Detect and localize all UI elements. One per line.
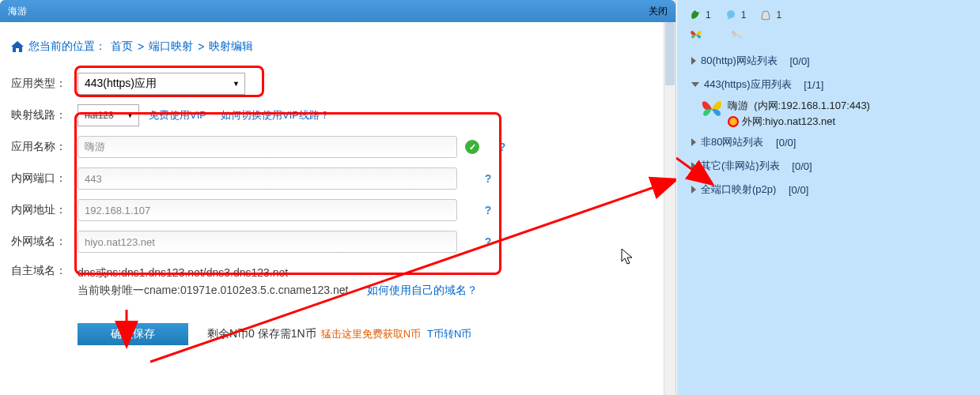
select-line[interactable]: nat123 — [78, 104, 139, 126]
stat-1: 1 — [706, 9, 711, 21]
help-outer-domain[interactable]: ? — [481, 235, 495, 249]
help-inner-port[interactable]: ? — [481, 171, 495, 186]
breadcrumb: 您当前的位置： 首页 > 端口映射 > 映射编辑 — [0, 32, 675, 62]
label-inner-addr: 内网地址： — [11, 203, 78, 217]
link-get-coin[interactable]: 猛击这里免费获取N币 — [321, 327, 421, 341]
arrow-right-icon — [691, 138, 696, 146]
breadcrumb-sep: > — [138, 40, 144, 53]
label-outer-domain: 外网域名： — [11, 235, 78, 249]
scrollbar-thumb[interactable] — [665, 22, 675, 85]
select-app-type-value: 443(https)应用 — [85, 77, 157, 91]
home-icon — [11, 41, 24, 52]
bag-icon — [760, 9, 771, 21]
link-transfer-coin[interactable]: T币转N币 — [427, 327, 471, 341]
dns-line2: 当前映射唯一cname:01971e.0102e3.5.c.cname123.n… — [78, 284, 348, 296]
smiley-icon — [728, 116, 739, 127]
label-line: 映射线路： — [11, 108, 78, 122]
cursor-icon — [621, 248, 634, 269]
dns-info: dns或ns:dns1.dns123.net/dns3.dns123.net 当… — [78, 264, 478, 299]
butterfly-rainbow-icon — [690, 28, 702, 41]
select-line-value: nat123 — [85, 110, 114, 121]
breadcrumb-sep: > — [198, 40, 204, 53]
tree-non80-label: 非80网站列表 — [701, 135, 763, 149]
main-pane: 海游 关闭 您当前的位置： 首页 > 端口映射 > 映射编辑 应用类型： 443… — [0, 0, 676, 395]
help-app-name[interactable]: ? — [495, 140, 509, 154]
arrow-right-icon — [691, 186, 696, 194]
tree-http-count: [0/0] — [789, 55, 809, 67]
arrow-right-icon — [691, 162, 696, 170]
row-inner-port: 内网端口： ? — [11, 163, 675, 194]
breadcrumb-label: 您当前的位置： — [28, 40, 106, 54]
close-button[interactable]: 关闭 — [649, 5, 668, 18]
row-app-name: 应用名称： ? — [11, 131, 675, 163]
tree-p2p-label: 全端口映射(p2p) — [701, 182, 776, 197]
tree-p2p-count: [0/0] — [789, 184, 808, 196]
stat-3: 1 — [776, 9, 781, 21]
leaf-icon — [690, 9, 701, 21]
child-inner: (内网:192.168.1.107:443) — [754, 100, 870, 111]
label-inner-port: 内网端口： — [11, 171, 78, 186]
stat-2: 1 — [741, 9, 747, 21]
row-confirm: 确认保存 剩余N币0 保存需1N币 猛击这里免费获取N币 T币转N币 — [11, 318, 675, 350]
content-area: 您当前的位置： 首页 > 端口映射 > 映射编辑 应用类型： 443(https… — [0, 22, 675, 395]
tree-https-count: [1/1] — [804, 79, 823, 91]
label-app-type: 应用类型： — [11, 77, 78, 91]
tree-https-child[interactable]: 嗨游 (内网:192.168.1.107:443) 外网:hiyo.nat123… — [685, 96, 980, 130]
tree-https-detail: 嗨游 (内网:192.168.1.107:443) 外网:hiyo.nat123… — [728, 98, 870, 129]
form: 应用类型： 443(https)应用 映射线路： nat123 免费使用VIP … — [0, 62, 675, 350]
dns-line1: dns或ns:dns1.dns123.net/dns3.dns123.net — [78, 264, 478, 281]
scrollbar[interactable] — [664, 22, 675, 395]
breadcrumb-current: 映射编辑 — [209, 40, 253, 54]
link-switch-vip[interactable]: 如何切换使用VIP线路？ — [221, 108, 330, 122]
link-own-domain-q[interactable]: 如何使用自己的域名？ — [367, 284, 478, 296]
input-inner-port[interactable] — [78, 167, 457, 190]
tree-other-count: [0/0] — [792, 160, 812, 172]
butterfly-rainbow-icon — [701, 98, 723, 120]
tree-http-label: 80(http)网站列表 — [701, 54, 778, 68]
input-outer-domain[interactable] — [78, 231, 457, 253]
arrow-down-icon — [691, 82, 699, 87]
input-app-name[interactable] — [78, 136, 457, 158]
row-app-type: 应用类型： 443(https)应用 — [11, 68, 675, 100]
breadcrumb-port-mapping[interactable]: 端口映射 — [149, 40, 193, 54]
input-inner-addr[interactable] — [78, 199, 457, 221]
titlebar: 海游 关闭 — [0, 0, 675, 22]
row-line: 映射线路： nat123 免费使用VIP 如何切换使用VIP线路？ — [11, 100, 675, 131]
tree-other[interactable]: 其它(非网站)列表 [0/0] — [685, 154, 980, 178]
child-outer: 外网:hiyo.nat123.net — [742, 115, 836, 127]
row-own-domain: 自主域名： dns或ns:dns1.dns123.net/dns3.dns123… — [11, 258, 675, 299]
select-app-type[interactable]: 443(https)应用 — [78, 73, 245, 95]
breadcrumb-home[interactable]: 首页 — [111, 40, 133, 54]
row-inner-addr: 内网地址： ? — [11, 194, 675, 226]
row-outer-domain: 外网域名： ? — [11, 226, 675, 258]
label-app-name: 应用名称： — [11, 140, 78, 154]
arrow-right-icon — [691, 57, 696, 65]
bubble-icon — [725, 9, 736, 21]
tree-https-label: 443(https)应用列表 — [704, 77, 792, 92]
butterfly-faded-icon — [731, 28, 744, 41]
tree-http[interactable]: 80(http)网站列表 [0/0] — [685, 49, 980, 73]
svg-point-2 — [727, 10, 735, 18]
tree-non80[interactable]: 非80网站列表 [0/0] — [685, 130, 980, 154]
side-pane: 1 1 1 80(http)网站列表 [0/0] 443(https)应用列表 — [677, 0, 980, 395]
window-title: 海游 — [8, 5, 27, 18]
side-app-icons — [685, 24, 980, 49]
tree-https[interactable]: 443(https)应用列表 [1/1] — [685, 73, 980, 96]
tree-non80-count: [0/0] — [776, 137, 796, 149]
help-inner-addr[interactable]: ? — [481, 203, 495, 217]
confirm-save-button[interactable]: 确认保存 — [78, 323, 188, 345]
tree-p2p[interactable]: 全端口映射(p2p) [0/0] — [685, 178, 980, 201]
coin-remain: 剩余N币0 保存需1N币 — [207, 327, 316, 341]
child-name: 嗨游 — [728, 100, 748, 111]
check-icon — [465, 140, 479, 154]
link-free-vip[interactable]: 免费使用VIP — [149, 108, 206, 122]
label-own-domain: 自主域名： — [11, 264, 78, 278]
side-stats: 1 1 1 — [685, 6, 980, 24]
tree-other-label: 其它(非网站)列表 — [701, 159, 780, 173]
